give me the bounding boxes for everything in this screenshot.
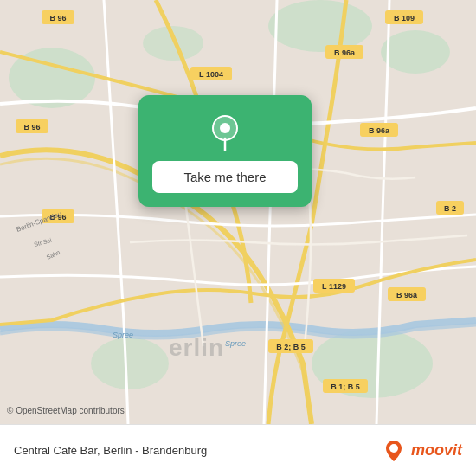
svg-point-5 [91,338,169,389]
moovit-pin-icon [382,439,406,463]
svg-point-2 [381,30,450,74]
svg-point-6 [143,26,203,61]
svg-text:L 1129: L 1129 [322,282,346,291]
svg-text:B 2; B 5: B 2; B 5 [276,343,306,351]
map-container: B 96 B 96 B 96 B 109 B 96a B 96a B 96a B… [0,0,476,424]
svg-text:B 1; B 5: B 1; B 5 [331,383,360,391]
take-me-there-button[interactable]: Take me there [152,161,298,193]
location-card: Take me there [138,95,312,207]
svg-point-38 [389,444,398,453]
location-title: Central Café Bar, Berlin - Brandenburg [14,444,207,457]
location-pin-icon [206,113,244,151]
svg-text:L 1004: L 1004 [199,70,223,79]
svg-text:B 96: B 96 [23,123,40,132]
moovit-text: moovit [411,441,462,460]
bottom-bar: Central Café Bar, Berlin - Brandenburg m… [0,424,476,476]
svg-point-1 [268,0,372,52]
svg-text:B 2: B 2 [444,204,456,213]
osm-attribution: © OpenStreetMap contributors [7,406,125,415]
svg-text:B 96: B 96 [49,14,66,23]
svg-point-37 [220,123,230,133]
svg-text:B 96a: B 96a [334,48,356,57]
svg-text:Spree: Spree [113,331,133,339]
svg-text:B 109: B 109 [394,14,415,23]
moovit-logo: moovit [382,439,462,463]
map-svg: B 96 B 96 B 96 B 109 B 96a B 96a B 96a B… [0,0,476,424]
svg-text:Spree: Spree [225,339,246,348]
svg-text:B 96a: B 96a [369,126,390,135]
svg-text:B 96a: B 96a [396,291,418,299]
